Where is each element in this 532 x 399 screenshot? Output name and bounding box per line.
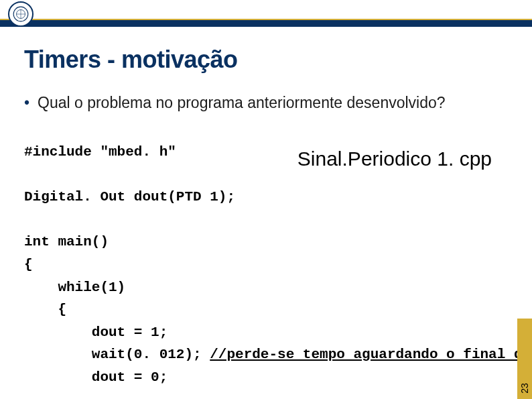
code-line: #include "mbed. h" xyxy=(24,144,176,160)
code-line: int main() xyxy=(24,234,109,249)
code-line: Digital. Out dout(PTD 1); xyxy=(24,189,235,205)
code-line: { xyxy=(24,302,66,317)
code-line: { xyxy=(24,257,33,272)
bullet-marker: • xyxy=(24,94,38,112)
slide: Timers - motivação •Qual o problema no p… xyxy=(0,0,532,399)
seal-icon xyxy=(12,5,29,23)
slide-title: Timers - motivação xyxy=(24,46,237,74)
code-line: . . . xyxy=(24,392,125,399)
code-comment: //perde-se tempo aguardando o final da c… xyxy=(210,347,532,362)
code-block: #include "mbed. h" Digital. Out dout(PTD… xyxy=(24,141,532,399)
code-line: wait(0. 012); xyxy=(24,347,210,362)
code-line: dout = 1; xyxy=(24,325,168,340)
code-line: while(1) xyxy=(24,280,125,295)
header-band xyxy=(0,20,532,27)
bullet-text: Qual o problema no programa anteriorment… xyxy=(38,94,446,111)
bullet-item: •Qual o problema no programa anteriormen… xyxy=(24,94,446,112)
university-logo xyxy=(8,1,34,27)
code-line: dout = 0; xyxy=(24,369,168,385)
page-number: 23 xyxy=(519,383,530,394)
